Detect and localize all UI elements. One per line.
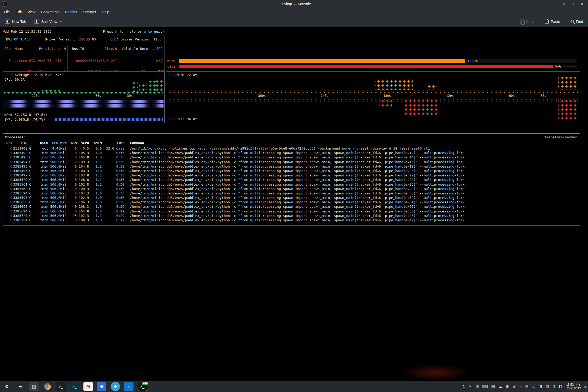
- toolbar: New Tab Split View ∨ Copy Paste Find: [0, 16, 588, 27]
- tray-keyboard-icon[interactable]: ⌨: [482, 384, 488, 389]
- process-cell-gmem: 506.0MiB: [48, 164, 66, 169]
- process-row: 03385694Ctmzn506.0MiB0104.81.00:29/home/…: [3, 209, 580, 213]
- process-cell-gpu: 0: [3, 213, 12, 218]
- process-cell-time: 0:30: [102, 191, 124, 195]
- panel-edge-toggle[interactable]: ◧: [583, 381, 588, 392]
- process-cell-gpu: 0: [3, 187, 12, 191]
- tray-bluetooth-icon[interactable]: ◈: [513, 384, 516, 389]
- process-cell-sm: 0: [66, 160, 77, 164]
- process-cell-gpu: 0: [3, 160, 12, 164]
- menu-item-bookmarks[interactable]: Bookmarks: [38, 9, 62, 15]
- taskbar-app-file-manager-icon[interactable]: ▤: [29, 382, 39, 391]
- process-cell-gpu: 0: [3, 169, 12, 173]
- process-cell-type: C: [27, 218, 33, 222]
- process-cell-cpu: 102.9: [77, 195, 89, 200]
- process-cell-user: tmzn: [33, 182, 48, 187]
- tray-expand-icon[interactable]: ◧: [558, 384, 562, 389]
- process-cell-time: 0:30: [102, 173, 124, 177]
- tray-battery-icon[interactable]: ▯: [553, 384, 555, 389]
- menu-item-settings[interactable]: Settings: [80, 9, 99, 15]
- process-cell-type: C: [27, 209, 33, 213]
- process-cell-cmd: /home/tmzn/miniconda3/envs/paddlex_env/b…: [124, 160, 580, 164]
- gpu-utl-bar: UTL: 94%: [167, 65, 577, 69]
- process-cell-sm: 0: [66, 182, 77, 187]
- menu-item-file[interactable]: File: [1, 9, 13, 15]
- gpu-header-mid: Bus-Id Disp.A: [72, 47, 117, 51]
- process-cell-mem: 1.0: [89, 218, 102, 222]
- tray-cut-icon[interactable]: ✂: [469, 384, 472, 389]
- tray-cloud-icon[interactable]: ☁: [498, 384, 502, 389]
- process-cell-pid: 3385595: [12, 195, 27, 200]
- gpu-mem-baseline: [167, 90, 579, 93]
- process-cell-cmd: /home/tmzn/miniconda3/envs/paddlex_env/b…: [124, 173, 580, 177]
- process-cell-sm: 0: [66, 177, 77, 182]
- gpu-name-cell: 0 ..orce RTX 2080 Ti Off: [4, 59, 62, 63]
- taskbar-app-gmail-icon[interactable]: M: [83, 382, 93, 391]
- menu-item-help[interactable]: Help: [99, 9, 112, 15]
- process-cell-gmem: 506.0MiB: [48, 187, 66, 191]
- tray-update-icon[interactable]: ↻: [462, 384, 466, 389]
- axis-tick-label: 60s: [508, 94, 516, 98]
- taskbar-app-launcher-icon[interactable]: ⚙: [2, 382, 11, 391]
- process-cell-user: root: [33, 146, 48, 151]
- gpu-row-box: 0 ..orce RTX 2080 Ti Off 22% 37C P0 347W…: [3, 57, 165, 71]
- process-cell-cmd: /home/tmzn/miniconda3/envs/paddlex_env/b…: [124, 151, 580, 155]
- process-cell-mem: 1.0: [89, 204, 102, 209]
- process-cell-cpu: 108.3: [77, 218, 89, 222]
- tray-mail-icon[interactable]: ✉: [476, 384, 479, 389]
- process-cell-cpu: 103.8: [77, 173, 89, 177]
- process-cell-mem: 1.0: [89, 200, 102, 204]
- nvitop-version-box: NVITOP 1.4.0 Driver Version: 560.35.03 C…: [3, 36, 165, 44]
- search-icon: [571, 20, 574, 23]
- taskbar-app-terminal-1-icon[interactable]: >_: [56, 382, 66, 391]
- process-cell-sm: 0: [66, 146, 77, 151]
- maximize-button[interactable]: ◇: [570, 1, 577, 7]
- copy-button[interactable]: Copy: [518, 18, 537, 25]
- window-titlebar[interactable]: >_ ~ : nvitop — Konsole ∨ ◇ ×: [0, 0, 588, 8]
- process-cell-mem: 1.1: [89, 213, 102, 218]
- close-button[interactable]: ×: [579, 1, 585, 7]
- taskbar-app-terminal-2-icon[interactable]: >_: [70, 382, 79, 391]
- terminal-viewport[interactable]: Wed Feb 12 11:53:12 2025 (Press h for he…: [0, 27, 588, 381]
- process-cell-gmem: 506.0MiB: [48, 191, 66, 195]
- taskbar-app-remote-app-icon[interactable]: ❖: [97, 382, 106, 391]
- tray-display-icon[interactable]: ▥: [546, 384, 549, 389]
- process-cell-pid: 3385658: [12, 200, 27, 204]
- process-cell-mem: 1.1: [89, 164, 102, 169]
- gpu-time-axis: 300s240s180s120s60s30s: [167, 96, 579, 96]
- menu-item-edit[interactable]: Edit: [13, 9, 25, 15]
- process-cell-gmem: 506.0MiB: [48, 169, 66, 173]
- process-cell-pid: 3385495: [12, 164, 27, 169]
- tray-media-icon[interactable]: ♫: [519, 384, 522, 389]
- utl-bar-track: 94%: [179, 65, 577, 68]
- tray-network-icon[interactable]: ↯: [532, 384, 535, 389]
- taskbar-app-vscode-icon[interactable]: ‹: [124, 382, 134, 391]
- tray-grid-icon[interactable]: ▦: [491, 384, 495, 389]
- new-tab-button[interactable]: New Tab: [3, 18, 28, 25]
- mem-bar-label: MEM:: [167, 59, 177, 63]
- minimize-button[interactable]: ∨: [561, 1, 568, 7]
- split-view-button[interactable]: Split View ∨: [32, 18, 64, 25]
- process-table-body: 02111408Groot4.46MiB00.50.032.6 days/usr…: [3, 146, 580, 222]
- taskbar-app-chrome-icon[interactable]: [43, 382, 52, 391]
- taskbar-app-task-manager-icon[interactable]: ☰: [16, 382, 25, 391]
- process-cell-cmd: /home/tmzn/miniconda3/envs/paddlex_env/b…: [124, 195, 580, 200]
- find-button[interactable]: Find: [568, 18, 585, 25]
- process-cell-user: tmzn: [33, 169, 48, 173]
- process-cell-time: 0:30: [102, 177, 124, 182]
- utl-bar-percent: 94%: [555, 65, 561, 69]
- menu-item-view[interactable]: View: [25, 9, 38, 15]
- menu-item-plugins[interactable]: Plugins: [62, 9, 80, 15]
- clock[interactable]: 11:53 上午 2025/2/12: [566, 383, 581, 390]
- app-glyph: ‹: [128, 384, 130, 389]
- process-row: 02111408Groot4.46MiB00.50.032.6 days/usr…: [3, 146, 580, 151]
- gpu-mem-cluster: [558, 77, 578, 90]
- process-cell-cpu: 104.8: [77, 209, 89, 213]
- tray-settings-icon[interactable]: ⚙: [506, 384, 509, 389]
- process-cell-time: 0:30: [102, 200, 124, 204]
- taskbar-app-telegram-icon[interactable]: ✈: [111, 382, 120, 391]
- tray-volume-icon[interactable]: ◨: [539, 384, 542, 389]
- taskbar-app-konsole-active-icon[interactable]: >_699: [138, 382, 147, 391]
- tray-window-icon[interactable]: ⊞: [525, 384, 529, 389]
- paste-button[interactable]: Paste: [542, 18, 562, 25]
